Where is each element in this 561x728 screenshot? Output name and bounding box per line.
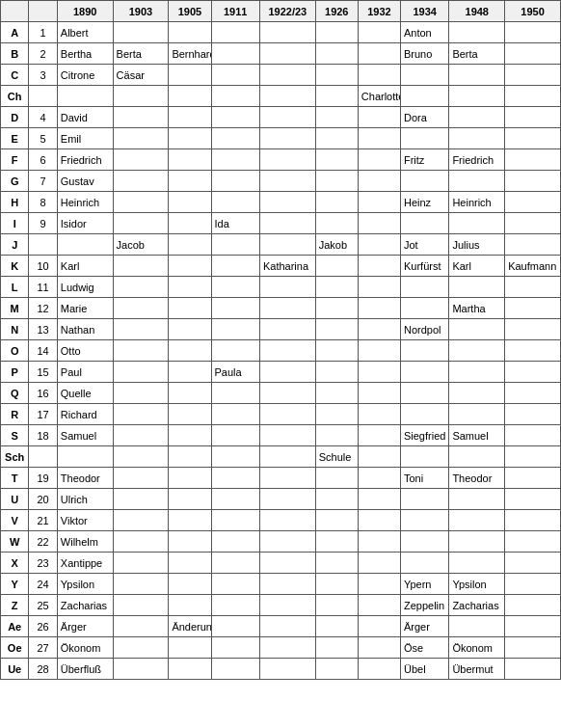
cell-1926 (315, 637, 358, 659)
cell-1890: Wilhelm (57, 531, 113, 553)
cell-1890: Ypsilon (57, 574, 113, 595)
cell-1934 (400, 383, 448, 404)
cell-1948 (449, 553, 505, 574)
cell-192223 (259, 383, 315, 404)
cell-1948: Theodor (449, 468, 505, 489)
cell-1926 (315, 404, 358, 425)
cell-192223 (259, 22, 315, 43)
cell-1948 (449, 213, 505, 234)
cell-1905 (169, 446, 211, 468)
cell-num: 14 (29, 340, 57, 362)
cell-1950 (505, 22, 561, 43)
cell-1905 (169, 531, 211, 553)
cell-1911 (211, 128, 259, 149)
cell-1890: Gustav (57, 171, 113, 192)
cell-1903 (113, 446, 169, 468)
cell-1905 (169, 107, 211, 128)
cell-1890: Xantippe (57, 553, 113, 574)
cell-1934: Bruno (400, 43, 448, 65)
cell-1890: Richard (57, 404, 113, 425)
cell-1934 (400, 553, 448, 574)
cell-1926 (315, 192, 358, 213)
table-row: H8HeinrichHeinzHeinrich (1, 192, 561, 213)
cell-1934 (400, 277, 448, 298)
cell-192223 (259, 234, 315, 256)
cell-letter: M (1, 298, 29, 319)
cell-1950 (505, 637, 561, 659)
cell-1890: Nathan (57, 319, 113, 340)
cell-1905 (169, 213, 211, 234)
cell-1948 (449, 22, 505, 43)
table-row: V21Viktor (1, 510, 561, 531)
cell-1903 (113, 171, 169, 192)
cell-1932 (358, 192, 400, 213)
cell-1890: Ökonom (57, 637, 113, 659)
col-header-1905: 1905 (169, 1, 211, 22)
cell-letter: Y (1, 574, 29, 595)
cell-1932 (358, 319, 400, 340)
cell-1905 (169, 383, 211, 404)
table-row: I9IsidorIda (1, 213, 561, 234)
cell-1932 (358, 574, 400, 595)
cell-1932 (358, 616, 400, 637)
cell-1911 (211, 192, 259, 213)
table-row: C3CitroneCäsar (1, 65, 561, 86)
cell-1903 (113, 213, 169, 234)
cell-1934 (400, 340, 448, 362)
cell-1934: Zeppelin (400, 595, 448, 616)
cell-1934 (400, 446, 448, 468)
cell-1932 (358, 489, 400, 510)
cell-192223 (259, 616, 315, 637)
cell-letter: N (1, 319, 29, 340)
cell-1911 (211, 340, 259, 362)
cell-1926 (315, 277, 358, 298)
cell-192223 (259, 531, 315, 553)
cell-1948 (449, 107, 505, 128)
cell-1905 (169, 489, 211, 510)
cell-1950 (505, 362, 561, 383)
cell-1903 (113, 489, 169, 510)
cell-1926 (315, 616, 358, 637)
cell-1926 (315, 553, 358, 574)
cell-1911 (211, 531, 259, 553)
table-row: Ue28ÜberflußÜbelÜbermut (1, 659, 561, 680)
cell-1903 (113, 637, 169, 659)
cell-1932 (358, 425, 400, 446)
cell-1950 (505, 616, 561, 637)
cell-num (29, 86, 57, 107)
cell-1905 (169, 637, 211, 659)
cell-letter: D (1, 107, 29, 128)
cell-1911 (211, 256, 259, 277)
cell-1903 (113, 510, 169, 531)
cell-1890 (57, 446, 113, 468)
cell-1926 (315, 489, 358, 510)
cell-1934: Ärger (400, 616, 448, 637)
cell-192223: Katharina (259, 256, 315, 277)
cell-1932 (358, 553, 400, 574)
cell-192223 (259, 574, 315, 595)
cell-1903 (113, 553, 169, 574)
cell-1926 (315, 340, 358, 362)
cell-1905 (169, 319, 211, 340)
table-row: R17Richard (1, 404, 561, 425)
table-row: G7Gustav (1, 171, 561, 192)
cell-1903 (113, 468, 169, 489)
cell-1926 (315, 595, 358, 616)
cell-1934: Übel (400, 659, 448, 680)
cell-1932: Charlotte (358, 86, 400, 107)
cell-1950 (505, 659, 561, 680)
cell-letter: Sch (1, 446, 29, 468)
cell-num: 24 (29, 574, 57, 595)
cell-1932 (358, 65, 400, 86)
cell-letter: A (1, 22, 29, 43)
cell-1948 (449, 404, 505, 425)
cell-num: 16 (29, 383, 57, 404)
cell-1903 (113, 616, 169, 637)
cell-1950: Kaufmann (505, 256, 561, 277)
cell-192223 (259, 468, 315, 489)
cell-1932 (358, 446, 400, 468)
cell-1890: Quelle (57, 383, 113, 404)
cell-192223 (259, 298, 315, 319)
cell-1905 (169, 553, 211, 574)
table-row: B2BerthaBertaBernhardBrunoBerta (1, 43, 561, 65)
